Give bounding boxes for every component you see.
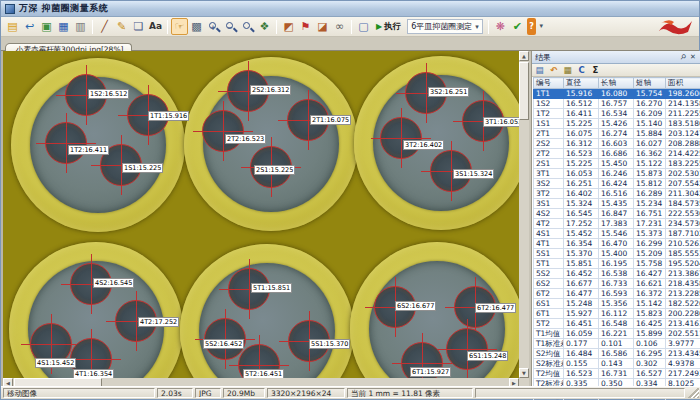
table-row[interactable]: 1T115.91616.08015.754198.2606 — [534, 89, 700, 99]
table-cell: 16.484 — [564, 349, 599, 359]
table-row[interactable]: 3S216.25116.42415.812207.5542 — [534, 179, 700, 189]
table-row[interactable]: 6S115.24815.35615.142182.5220 — [534, 299, 700, 309]
monitor-icon[interactable]: ▢ — [355, 18, 372, 35]
pencil-tool-icon[interactable]: ✎ — [113, 18, 130, 35]
table-row[interactable]: 1T216.41116.53416.209211.2255 — [534, 109, 700, 119]
table-cell: 234.5730 — [666, 219, 700, 229]
zoom-fit-icon[interactable] — [239, 18, 256, 35]
table-cell: 182.5220 — [666, 299, 700, 309]
inhibition-zone-6S1[interactable] — [446, 328, 488, 370]
table-row[interactable]: 3S115.32415.43515.234184.5735 — [534, 199, 700, 209]
table-row[interactable]: S2均值16.48416.58616.295213.4345 — [534, 349, 700, 359]
image-select-icon[interactable]: ▩ — [188, 18, 205, 35]
flag-tool-icon[interactable]: ⚑ — [297, 18, 314, 35]
table-row[interactable]: 2S115.22515.45015.122183.2255 — [534, 159, 700, 169]
table-row[interactable]: 2T216.52316.68616.362214.4225 — [534, 149, 700, 159]
table-row[interactable]: 6T115.92716.11215.823200.2280 — [534, 309, 700, 319]
open-folder-icon[interactable]: ▤ — [4, 18, 21, 35]
table-cell: 0.143 — [599, 359, 634, 369]
table-row[interactable]: 5T115.85116.19515.758195.5204 — [534, 259, 700, 269]
table-cell: 211.2255 — [666, 109, 700, 119]
table-row[interactable]: 5S115.37015.40015.209185.5553 — [534, 249, 700, 259]
zoom-in-icon[interactable]: + — [205, 18, 222, 35]
zone-label-4T1: 4T1:16.354 — [73, 369, 114, 378]
table-row[interactable]: T2均值16.52316.73116.527217.2493 — [534, 369, 700, 379]
column-header[interactable]: 编号 — [534, 78, 564, 89]
help-button[interactable]: ?▾ — [526, 18, 544, 35]
zone-label-4S1: 4S1:15.452 — [35, 358, 76, 368]
column-header[interactable]: 短轴 — [634, 78, 666, 89]
table-cell: 16.523 — [564, 369, 599, 379]
column-header[interactable]: 直径 — [564, 78, 599, 89]
pin-icon[interactable]: ⚲ — [678, 52, 688, 62]
resize-grip[interactable] — [687, 388, 699, 398]
table-cell: 16.411 — [564, 109, 599, 119]
table-cell: 6T1 — [534, 309, 564, 319]
vertical-scroll-thumb[interactable] — [519, 62, 529, 120]
table-cell: T2均值 — [534, 369, 564, 379]
table-cell: 16.209 — [634, 109, 666, 119]
table-row[interactable]: 3T116.05316.24615.873202.5301 — [534, 169, 700, 179]
apply-check-icon[interactable]: ✔ — [509, 18, 526, 35]
text-tool-icon[interactable]: Aa — [147, 18, 164, 35]
print-icon[interactable]: ▥ — [72, 18, 89, 35]
table-row[interactable]: 3T216.40216.51616.289211.3042 — [534, 189, 700, 199]
zone-label-3S2: 3S2:16.251 — [428, 87, 469, 97]
table-row[interactable]: T1均值16.05916.22115.899202.5511 — [534, 329, 700, 339]
table-row[interactable]: T1标准差0.1770.1010.1063.9777 — [534, 339, 700, 349]
zone-label-4S2: 4S2:16.545 — [93, 278, 134, 288]
table-cell: 15.916 — [564, 89, 599, 99]
table-row[interactable]: 4T217.25217.38317.231234.5730 — [534, 219, 700, 229]
vertical-scrollbar[interactable]: ▲ ▼ — [519, 51, 529, 378]
table-row[interactable]: 4S216.54516.84716.751222.5530 — [534, 209, 700, 219]
close-icon[interactable]: ✕ — [688, 52, 698, 62]
zone-label-4T2: 4T2:17.252 — [138, 317, 179, 327]
table-cell: 15.142 — [634, 299, 666, 309]
table-row[interactable]: 6S216.67716.73316.621218.4358 — [534, 279, 700, 289]
table-row[interactable]: 1S216.51216.75716.270214.1358 — [534, 99, 700, 109]
table-cell: 16.586 — [599, 349, 634, 359]
table-row[interactable]: 5T216.45116.54816.425213.4163 — [534, 319, 700, 329]
zoom-out-icon[interactable]: − — [222, 18, 239, 35]
export-result-icon[interactable]: ▤ — [534, 65, 545, 76]
table-cell: T1均值 — [534, 329, 564, 339]
circle-fit-icon[interactable]: C — [576, 65, 587, 76]
table-row[interactable]: 4T116.35416.47016.299210.5263 — [534, 239, 700, 249]
execute-button[interactable]: ▶执行 — [372, 18, 405, 35]
sum-icon[interactable]: Σ — [590, 65, 601, 76]
copy-icon[interactable]: ▣ — [38, 18, 55, 35]
column-header[interactable]: 面积 — [666, 78, 700, 89]
table-cell: 15.140 — [634, 119, 666, 129]
table-row[interactable]: 2T116.07516.27415.884203.1247 — [534, 129, 700, 139]
table-row[interactable]: 5S216.45216.53816.427213.3867 — [534, 269, 700, 279]
measure-tool-icon[interactable]: ◩ — [280, 18, 297, 35]
table-row[interactable]: 4S115.45215.54615.373187.7102 — [534, 229, 700, 239]
inhibition-zone-1T2[interactable] — [45, 122, 87, 164]
hand-tool-icon[interactable]: ☞ — [171, 18, 188, 35]
table-cell: 15.356 — [599, 299, 634, 309]
table-row[interactable]: 1S115.22515.42615.140183.5180 — [534, 119, 700, 129]
table-row[interactable]: 2S216.31216.60316.027208.2888 — [534, 139, 700, 149]
inhibition-zone-3T2[interactable] — [380, 117, 422, 159]
marker-tool-icon[interactable]: ◪ — [314, 18, 331, 35]
back-icon[interactable]: ↩ — [21, 18, 38, 35]
image-canvas[interactable]: 1S2:16.5121T1:15.9161T2:16.4111S1:15.225… — [3, 51, 519, 378]
table-cell: 185.5553 — [666, 249, 700, 259]
main-toolbar: ▤↩▣▦▥╱✎❏Aa☞▩+−❖◩⚑◪∞▢▶执行6平皿抑菌圈测定▾❋✔?▾ — [1, 17, 699, 37]
refresh-view-icon[interactable]: ❖ — [256, 18, 273, 35]
undo-result-icon[interactable]: ↶ — [548, 65, 559, 76]
scroll-down-icon[interactable]: ▼ — [519, 368, 529, 378]
delete-result-icon[interactable]: ▦ — [562, 65, 573, 76]
table-row[interactable]: 6T216.47716.59316.372213.2285 — [534, 289, 700, 299]
column-header[interactable]: 长轴 — [599, 78, 634, 89]
settings-icon[interactable]: ❋ — [492, 18, 509, 35]
scroll-up-icon[interactable]: ▲ — [519, 51, 529, 61]
edit-tool-icon[interactable]: ❏ — [130, 18, 147, 35]
table-row[interactable]: S2标准差0.1550.1430.3024.9378 — [534, 359, 700, 369]
save-icon[interactable]: ▦ — [55, 18, 72, 35]
method-select[interactable]: 6平皿抑菌圈测定▾ — [407, 19, 483, 34]
link-icon[interactable]: ∞ — [331, 18, 348, 35]
inhibition-zone-2T2[interactable] — [202, 110, 244, 152]
table-cell: 1T2 — [534, 109, 564, 119]
line-tool-icon[interactable]: ╱ — [96, 18, 113, 35]
